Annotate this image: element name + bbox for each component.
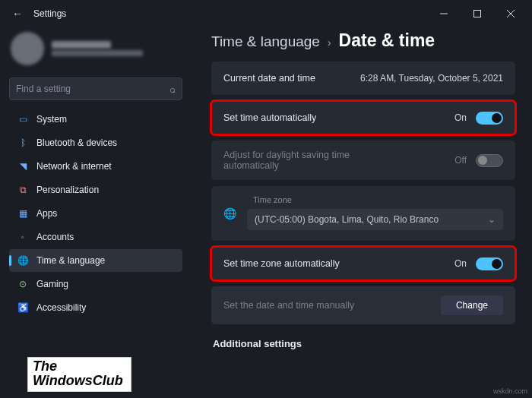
card-set-manual: Set the date and time manually Change bbox=[211, 286, 515, 324]
card-current-datetime: Current date and time 6:28 AM, Tuesday, … bbox=[211, 62, 515, 95]
maximize-icon bbox=[473, 10, 481, 17]
sidebar-item-label: System bbox=[36, 114, 67, 125]
system-icon: ▭ bbox=[17, 114, 29, 125]
set-time-auto-label: Set time automatically bbox=[223, 112, 454, 123]
watermark-line2: WindowsClub bbox=[33, 374, 123, 388]
close-button[interactable] bbox=[494, 2, 527, 25]
time-language-icon: 🌐 bbox=[17, 255, 29, 266]
watermark-line1: The bbox=[33, 359, 123, 374]
chevron-right-icon: › bbox=[328, 36, 331, 49]
svg-rect-1 bbox=[474, 11, 481, 17]
sidebar-item-label: Bluetooth & devices bbox=[36, 137, 117, 148]
set-zone-auto-state: On bbox=[454, 258, 467, 269]
sidebar-item-time-language[interactable]: 🌐Time & language bbox=[9, 249, 182, 272]
sidebar-item-label: Time & language bbox=[36, 255, 105, 266]
close-icon bbox=[507, 10, 515, 17]
search-box[interactable]: ⌕ bbox=[9, 77, 182, 100]
network-icon: ◥ bbox=[17, 161, 29, 172]
back-button[interactable]: ← bbox=[5, 3, 30, 24]
sidebar-item-accessibility[interactable]: ♿Accessibility bbox=[9, 296, 182, 319]
gaming-icon: ⊙ bbox=[17, 279, 29, 289]
sidebar-item-network[interactable]: ◥Network & internet bbox=[9, 155, 182, 178]
timezone-label: Time zone bbox=[247, 194, 503, 209]
sidebar-item-label: Apps bbox=[36, 208, 57, 219]
minimize-button[interactable] bbox=[427, 2, 461, 25]
chevron-down-icon: ⌄ bbox=[488, 214, 496, 225]
current-datetime-label: Current date and time bbox=[223, 73, 360, 84]
card-timezone: 🌐 Time zone (UTC-05:00) Bogota, Lima, Qu… bbox=[211, 186, 515, 241]
apps-icon: ▦ bbox=[17, 208, 29, 219]
accessibility-icon: ♿ bbox=[17, 302, 29, 313]
bluetooth-icon: ᛒ bbox=[17, 137, 29, 148]
profile[interactable] bbox=[9, 27, 182, 74]
sidebar-item-label: Gaming bbox=[36, 279, 68, 289]
minimize-icon bbox=[440, 10, 448, 17]
accounts-icon: ◦ bbox=[17, 232, 29, 242]
sidebar-item-system[interactable]: ▭System bbox=[9, 108, 182, 131]
watermark: The WindowsClub bbox=[27, 357, 131, 392]
sidebar: ⌕ ▭System ᛒBluetooth & devices ◥Network … bbox=[0, 27, 190, 398]
card-set-zone-auto: Set time zone automatically On bbox=[211, 247, 515, 280]
dst-label: Adjust for daylight saving time automati… bbox=[223, 150, 391, 171]
avatar bbox=[11, 32, 44, 65]
search-icon: ⌕ bbox=[169, 84, 176, 95]
sidebar-item-accounts[interactable]: ◦Accounts bbox=[9, 226, 182, 248]
page-title: Date & time bbox=[339, 30, 435, 51]
change-button[interactable]: Change bbox=[441, 295, 503, 315]
search-input[interactable] bbox=[16, 84, 169, 94]
profile-email bbox=[52, 50, 143, 56]
sidebar-item-label: Accounts bbox=[36, 232, 74, 242]
timezone-value: (UTC-05:00) Bogota, Lima, Quito, Rio Bra… bbox=[255, 214, 439, 225]
set-manual-label: Set the date and time manually bbox=[223, 300, 441, 311]
set-time-auto-state: On bbox=[454, 112, 467, 123]
additional-settings-header: Additional settings bbox=[211, 330, 515, 352]
sidebar-item-gaming[interactable]: ⊙Gaming bbox=[9, 273, 182, 295]
titlebar: ← Settings bbox=[0, 0, 532, 27]
dst-state: Off bbox=[454, 155, 467, 166]
sidebar-item-label: Personalization bbox=[36, 185, 99, 195]
content-area: Time & language › Date & time Current da… bbox=[190, 27, 532, 398]
card-set-time-auto: Set time automatically On bbox=[211, 101, 515, 134]
breadcrumb: Time & language › Date & time bbox=[211, 27, 515, 62]
sidebar-item-personalization[interactable]: ⧉Personalization bbox=[9, 178, 182, 201]
card-dst: Adjust for daylight saving time automati… bbox=[211, 141, 515, 180]
corner-attribution: wskdn.com bbox=[493, 387, 527, 395]
set-zone-auto-label: Set time zone automatically bbox=[223, 258, 454, 269]
globe-icon: 🌐 bbox=[223, 194, 236, 220]
dst-toggle bbox=[476, 154, 503, 167]
breadcrumb-parent[interactable]: Time & language bbox=[211, 33, 320, 50]
personalization-icon: ⧉ bbox=[17, 185, 29, 195]
timezone-select[interactable]: (UTC-05:00) Bogota, Lima, Quito, Rio Bra… bbox=[247, 209, 503, 230]
current-datetime-value: 6:28 AM, Tuesday, October 5, 2021 bbox=[360, 73, 503, 84]
sidebar-item-apps[interactable]: ▦Apps bbox=[9, 202, 182, 225]
profile-name bbox=[52, 41, 111, 49]
window-title: Settings bbox=[30, 8, 427, 19]
set-zone-auto-toggle[interactable] bbox=[476, 257, 503, 270]
sidebar-item-bluetooth[interactable]: ᛒBluetooth & devices bbox=[9, 131, 182, 154]
maximize-button[interactable] bbox=[461, 2, 494, 25]
sidebar-item-label: Accessibility bbox=[36, 302, 86, 313]
sidebar-item-label: Network & internet bbox=[36, 161, 112, 172]
set-time-auto-toggle[interactable] bbox=[476, 112, 503, 125]
